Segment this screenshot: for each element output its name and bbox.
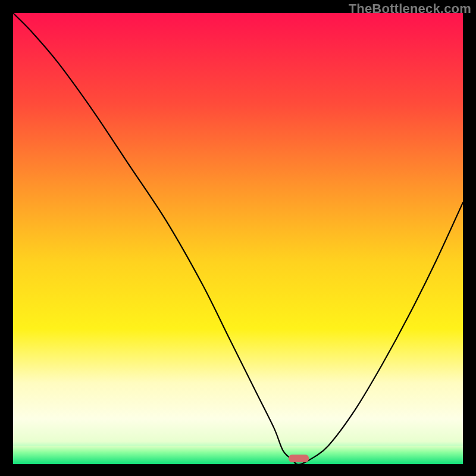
plot-area — [13, 13, 463, 464]
gradient-background — [13, 13, 463, 464]
green-band — [13, 446, 463, 464]
watermark-text: TheBottleneck.com — [349, 1, 471, 17]
optimal-marker — [289, 455, 309, 462]
chart-frame: TheBottleneck.com — [0, 0, 476, 476]
bottleneck-chart — [13, 13, 463, 464]
